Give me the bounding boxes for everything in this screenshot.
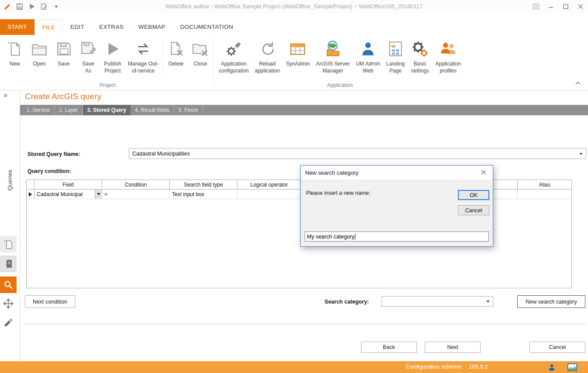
tab-file[interactable]: FILE — [34, 19, 63, 35]
tab-webmap[interactable]: WEBMAP — [131, 19, 173, 35]
dialog-ok-button[interactable]: OK — [458, 190, 489, 200]
tab-edit[interactable]: EDIT — [63, 19, 92, 35]
wizard-step-bar: 1. Service 2. Layer 3. Stored Query 4. R… — [20, 105, 588, 115]
ribbon-item-publish-project[interactable]: PublishProject — [100, 36, 125, 76]
field-dropdown-button[interactable] — [95, 190, 102, 199]
dialog-name-input[interactable]: My search category — [305, 231, 489, 242]
step-tab-stored-query[interactable]: 3. Stored Query — [83, 105, 131, 115]
ribbon-item-label: Publish — [104, 61, 121, 68]
sidebar-tool-new-query[interactable] — [0, 236, 17, 252]
delete-document-icon — [167, 37, 185, 61]
new-document-icon — [6, 37, 24, 61]
chevron-down-icon — [486, 300, 490, 303]
sidebar-tool-catalog[interactable] — [0, 256, 17, 272]
wizard-separator — [25, 324, 585, 324]
stored-query-name-combobox[interactable]: Cadastral Municipalities — [129, 148, 586, 159]
ribbon-item-um-admin-web[interactable]: UM AdminWeb — [353, 36, 383, 76]
sidebar-tool-pen[interactable] — [0, 313, 17, 329]
dialog-cancel-button[interactable]: Cancel — [458, 205, 489, 215]
row-field-cell[interactable]: Cadastral Municipal — [34, 190, 102, 199]
toolbar-options-caret-icon[interactable] — [52, 3, 60, 10]
row-logical-operator-cell[interactable] — [237, 190, 301, 199]
wrench-gear-icon — [224, 37, 243, 61]
step-tab-layer[interactable]: 2. Layer — [55, 105, 83, 115]
tab-documentation[interactable]: DOCUMENTATION — [173, 19, 241, 35]
sidebar-tool-queries-search-icon[interactable] — [0, 276, 17, 293]
collapse-ribbon-icon[interactable] — [575, 80, 581, 86]
row-marker-icon — [29, 192, 32, 197]
ribbon-item-arcgis-server-manager[interactable]: ArcGIS ServerManager — [313, 36, 353, 76]
ribbon-subgroup-separator — [162, 39, 163, 79]
landing-page-icon: w — [386, 37, 405, 61]
tab-start[interactable]: START — [0, 19, 34, 35]
ribbon-item-delete[interactable]: Delete — [164, 36, 188, 76]
new-search-category-button[interactable]: New search category — [517, 295, 585, 308]
ribbon-group-label-project: Project — [3, 81, 213, 90]
ribbon-group-separator — [214, 38, 214, 86]
ribbon-item-application-profiles[interactable]: Applicationprofiles — [432, 36, 464, 76]
ribbon-item-landing-page[interactable]: w LandingPage — [383, 36, 408, 76]
maximize-icon[interactable] — [563, 3, 569, 10]
publish-play-icon[interactable] — [28, 3, 36, 10]
ribbon-item-label: Reload — [255, 61, 280, 68]
window-controls — [533, 0, 584, 13]
step-tab-service[interactable]: 1. Service — [22, 105, 55, 115]
back-button[interactable]: Back — [361, 342, 417, 353]
status-bar: Configuration scheme: 105.0.2 — [0, 361, 588, 373]
ribbon-item-basic-settings[interactable]: Basicsettings — [408, 36, 432, 76]
row-alias-cell[interactable] — [518, 190, 571, 199]
ribbon-item-synadmin[interactable]: SynAdmin — [283, 36, 313, 76]
close-window-icon[interactable] — [578, 3, 584, 10]
gears-icon — [411, 37, 429, 61]
ribbon-display-icon[interactable] — [533, 3, 539, 10]
tab-extras[interactable]: EXTRAS — [92, 19, 131, 35]
row-condition-cell[interactable]: = — [102, 190, 170, 199]
ribbon-item-new[interactable]: New — [3, 36, 27, 76]
step-tab-result-fields[interactable]: 4. Result fields — [131, 105, 174, 115]
window-title: WebOffice author - WebOffice Sample Proj… — [87, 0, 501, 13]
ribbon-item-open[interactable]: Open — [27, 36, 52, 76]
reload-icon — [258, 37, 276, 61]
swap-arrows-icon — [134, 37, 152, 61]
ribbon-group-application: Applicationconfiguration Reloadapplicati… — [216, 36, 464, 90]
ribbon-item-label: Close — [194, 61, 207, 68]
map-status-icon[interactable] — [567, 363, 577, 372]
step-tab-finish[interactable]: 5. Finish — [174, 105, 203, 115]
next-button[interactable]: Next — [425, 342, 481, 353]
ribbon-item-label: ArcGIS Server — [316, 61, 350, 68]
ribbon-item-manage-out-of-service[interactable]: Manage Out-of-service — [125, 36, 162, 76]
ribbon-item-label: Application — [435, 61, 461, 68]
sidebar: » Queries — [0, 90, 20, 361]
admin-table-icon — [289, 37, 307, 61]
ribbon-item-label: Basic — [411, 61, 429, 68]
search-category-combobox[interactable] — [382, 296, 493, 307]
sidebar-panel-label: Queries — [0, 156, 20, 204]
close-folder-icon — [191, 37, 210, 61]
minimize-icon[interactable] — [548, 3, 554, 10]
dialog-close-icon[interactable] — [478, 169, 488, 176]
new-search-category-dialog: New search category Please insert a new … — [300, 165, 493, 247]
configuration-scheme-status: Configuration scheme: 105.0.2 — [406, 363, 488, 370]
save-icon[interactable] — [16, 3, 24, 10]
ribbon-item-label: UM Admin — [356, 61, 380, 68]
ribbon-item-close[interactable]: Close — [188, 36, 213, 76]
grid-header-condition: Condition — [102, 180, 170, 189]
ribbon-item-label: Open — [33, 61, 45, 68]
ribbon-item-reload-application[interactable]: Reloadapplication — [252, 36, 283, 76]
sidebar-tool-move[interactable] — [0, 295, 17, 312]
user-status-icon[interactable] — [547, 363, 557, 372]
ribbon-group-label-application: Application — [216, 81, 464, 90]
quick-access-toolbar — [3, 0, 60, 13]
configuration-scheme-label: Configuration scheme: — [406, 363, 463, 370]
row-search-field-type-cell[interactable]: Text input box — [170, 190, 237, 199]
edit-pencil-icon[interactable] — [3, 3, 11, 10]
ribbon-item-application-configuration[interactable]: Applicationconfiguration — [216, 36, 252, 76]
row-selector[interactable] — [27, 190, 34, 199]
ribbon-item-save-as[interactable]: SaveAs — [76, 36, 100, 76]
sidebar-expand-icon[interactable]: » — [3, 91, 7, 99]
next-condition-button[interactable]: Next condition — [25, 295, 75, 308]
cancel-button[interactable]: Cancel — [530, 342, 585, 353]
title-bar: WebOffice author - WebOffice Sample Proj… — [0, 0, 588, 13]
ribbon-item-save[interactable]: Save — [52, 36, 76, 76]
modify-document-icon[interactable] — [40, 3, 48, 10]
